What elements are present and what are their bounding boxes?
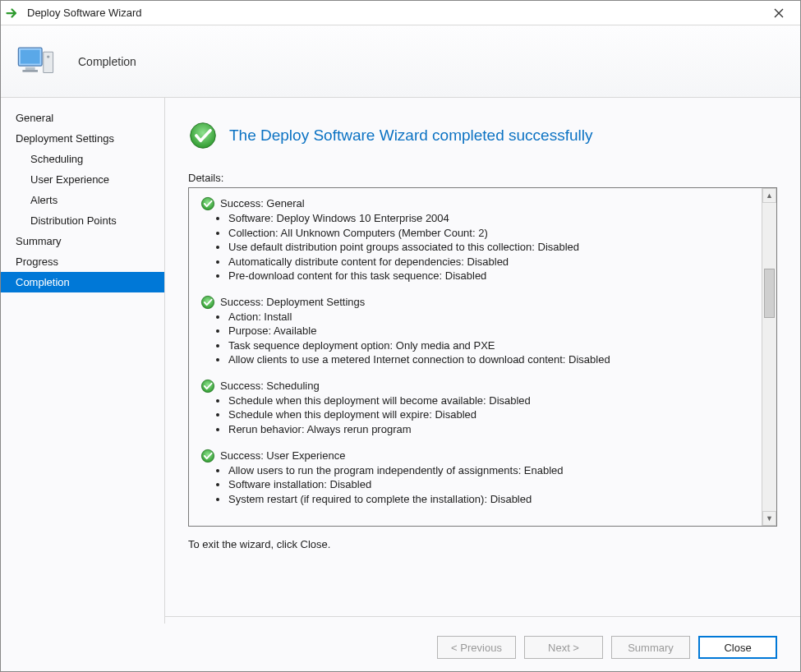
previous-button: < Previous: [437, 636, 516, 659]
scroll-up-icon[interactable]: ▲: [762, 188, 776, 203]
details-group: Success: Deployment SettingsAction: Inst…: [200, 295, 755, 367]
details-line: Purpose: Available: [228, 324, 755, 338]
svg-point-10: [201, 449, 214, 462]
sidebar-item-summary[interactable]: Summary: [1, 231, 164, 251]
svg-point-7: [201, 197, 214, 209]
wizard-window: Deploy Software Wizard Completion Genera…: [0, 0, 801, 672]
details-list: Software: Deploy Windows 10 Enterprise 2…: [228, 211, 755, 283]
scroll-track[interactable]: [762, 203, 776, 511]
page-title: Completion: [78, 55, 136, 68]
scroll-down-icon[interactable]: ▼: [762, 511, 776, 526]
details-group-header: Success: General: [200, 196, 755, 211]
wizard-body: GeneralDeployment SettingsSchedulingUser…: [1, 98, 800, 624]
details-line: Rerun behavior: Always rerun program: [228, 422, 755, 437]
details-group-header: Success: Scheduling: [200, 379, 755, 394]
details-group-title: Success: User Experience: [220, 449, 345, 463]
details-line: Allow clients to use a metered Internet …: [228, 352, 755, 367]
next-button: Next >: [524, 636, 603, 659]
window-close-button[interactable]: [762, 2, 795, 25]
details-line: Task sequence deployment option: Only me…: [228, 338, 755, 353]
summary-button: Summary: [611, 636, 690, 659]
details-scrollbar[interactable]: ▲ ▼: [762, 188, 776, 526]
details-line: Pre-download content for this task seque…: [228, 269, 755, 283]
svg-point-6: [191, 123, 216, 149]
computer-deploy-icon: [16, 39, 60, 84]
sidebar-item-distribution-points[interactable]: Distribution Points: [1, 210, 164, 231]
footer-separator: [165, 616, 800, 617]
details-panel: Success: GeneralSoftware: Deploy Windows…: [188, 187, 777, 527]
completion-message: The Deploy Software Wizard completed suc…: [229, 127, 592, 145]
wizard-sidebar: GeneralDeployment SettingsSchedulingUser…: [1, 98, 165, 624]
details-line: System restart (if required to complete …: [228, 492, 755, 507]
svg-point-5: [47, 55, 49, 58]
titlebar: Deploy Software Wizard: [1, 1, 800, 25]
details-group: Success: User ExperienceAllow users to r…: [200, 449, 755, 507]
svg-point-9: [201, 380, 214, 392]
success-check-icon: [200, 196, 215, 211]
sidebar-item-deployment-settings[interactable]: Deployment Settings: [1, 128, 164, 149]
scroll-thumb[interactable]: [764, 269, 775, 318]
success-check-icon: [188, 121, 218, 150]
sidebar-item-progress[interactable]: Progress: [1, 251, 164, 272]
details-group-title: Success: Deployment Settings: [220, 295, 365, 310]
details-list: Allow users to run the program independe…: [228, 463, 755, 507]
wizard-main: The Deploy Software Wizard completed suc…: [165, 98, 800, 624]
details-label: Details:: [188, 172, 777, 184]
details-line: Allow users to run the program independe…: [228, 463, 755, 478]
svg-rect-1: [21, 49, 40, 63]
svg-rect-4: [44, 52, 53, 72]
close-button[interactable]: Close: [698, 636, 777, 659]
svg-point-8: [201, 296, 214, 308]
details-line: Collection: All Unknown Computers (Membe…: [228, 226, 755, 241]
details-group-header: Success: User Experience: [200, 449, 755, 463]
completion-status-row: The Deploy Software Wizard completed suc…: [188, 121, 777, 150]
details-line: Software: Deploy Windows 10 Enterprise 2…: [228, 211, 755, 226]
app-arrow-icon: [6, 6, 21, 21]
sidebar-item-alerts[interactable]: Alerts: [1, 190, 164, 210]
details-group-title: Success: Scheduling: [220, 379, 320, 394]
sidebar-item-completion[interactable]: Completion: [1, 272, 164, 292]
details-line: Schedule when this deployment will expir…: [228, 407, 755, 422]
details-group-title: Success: General: [220, 196, 305, 211]
details-line: Use default distribution point groups as…: [228, 240, 755, 255]
svg-rect-2: [25, 67, 35, 69]
sidebar-item-scheduling[interactable]: Scheduling: [1, 149, 164, 169]
exit-instruction: To exit the wizard, click Close.: [188, 538, 777, 550]
details-content: Success: GeneralSoftware: Deploy Windows…: [189, 188, 762, 526]
wizard-header: Completion: [1, 25, 800, 98]
details-group-header: Success: Deployment Settings: [200, 295, 755, 310]
success-check-icon: [200, 295, 215, 310]
success-check-icon: [200, 449, 215, 463]
svg-rect-3: [22, 70, 38, 72]
details-line: Automatically distribute content for dep…: [228, 255, 755, 269]
details-group: Success: GeneralSoftware: Deploy Windows…: [200, 196, 755, 283]
details-line: Software installation: Disabled: [228, 477, 755, 492]
details-list: Action: InstallPurpose: AvailableTask se…: [228, 310, 755, 367]
wizard-footer: < Previous Next > Summary Close: [1, 624, 800, 671]
sidebar-item-general[interactable]: General: [1, 108, 164, 128]
success-check-icon: [200, 379, 215, 394]
details-group: Success: SchedulingSchedule when this de…: [200, 379, 755, 437]
details-list: Schedule when this deployment will becom…: [228, 394, 755, 437]
details-line: Action: Install: [228, 310, 755, 324]
window-title: Deploy Software Wizard: [27, 7, 762, 19]
sidebar-item-user-experience[interactable]: User Experience: [1, 169, 164, 190]
details-line: Schedule when this deployment will becom…: [228, 394, 755, 408]
